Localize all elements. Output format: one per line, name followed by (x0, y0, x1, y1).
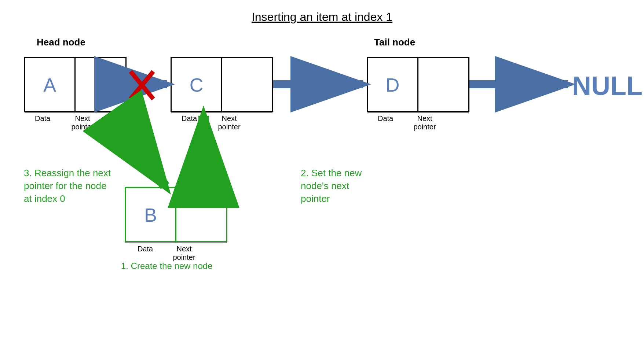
node-a-data-label: Data (35, 114, 50, 123)
node-d-value: D (386, 74, 400, 96)
page-title: Inserting an item at index 1 (252, 10, 392, 24)
node-a-data-cell: A (25, 58, 75, 113)
node-a-next-cell (75, 58, 126, 113)
x-mark-line1 (131, 71, 153, 99)
node-b-data-label: Data (138, 245, 153, 253)
null-text: NULL (572, 71, 643, 101)
x-mark-line2 (131, 71, 153, 99)
node-c: C (171, 57, 273, 112)
node-c-data-cell: C (171, 58, 222, 113)
node-d: D (367, 57, 469, 112)
tail-node-label: Tail node (374, 37, 415, 48)
node-c-next-cell (222, 58, 272, 113)
node-c-value: C (190, 74, 204, 96)
node-b-value: B (144, 204, 157, 226)
arrow-a-to-b (114, 113, 165, 186)
node-b-next-cell (176, 188, 227, 243)
node-b-next-label: Nextpointer (169, 245, 199, 262)
node-b-data-cell: B (125, 188, 176, 243)
node-a-value: A (43, 74, 56, 96)
node-b: B (125, 187, 227, 242)
node-d-data-cell: D (367, 58, 418, 113)
annotation-set-next: 2. Set the newnode's nextpointer (301, 167, 362, 205)
node-a-next-label: Nextpointer (68, 114, 97, 131)
head-node-label: Head node (37, 37, 85, 48)
annotation-reassign: 3. Reassign the nextpointer for the node… (24, 167, 111, 205)
node-c-data-label: Data (182, 114, 197, 123)
node-d-next-label: Nextpointer (410, 114, 439, 131)
diagram-container: Inserting an item at index 1 Head node T… (0, 0, 644, 343)
node-d-next-cell (418, 58, 469, 113)
node-d-data-label: Data (378, 114, 393, 123)
node-a: A (24, 57, 127, 112)
annotation-create-node: 1. Create the new node (121, 260, 213, 272)
node-c-next-label: Nextpointer (215, 114, 244, 131)
